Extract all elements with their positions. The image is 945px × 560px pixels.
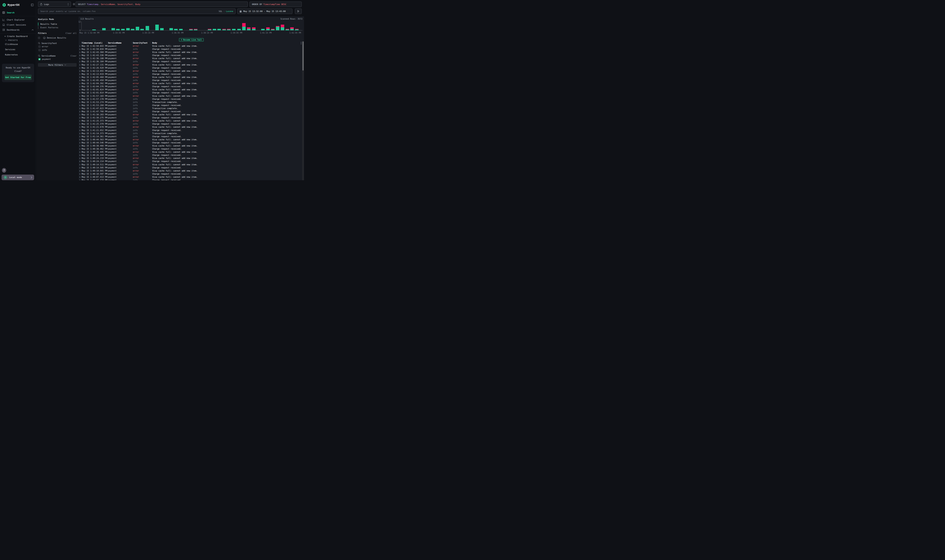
row-expand-chevron-icon[interactable]: > xyxy=(79,141,80,144)
filter-option-info[interactable]: info xyxy=(38,48,77,52)
histogram-bar[interactable] xyxy=(121,29,125,30)
help-button[interactable]: ? xyxy=(2,168,6,173)
col-header-timestamp[interactable]: Timestamp (Local) xyxy=(82,42,102,44)
col-header-servicename[interactable]: ServiceName xyxy=(108,42,122,44)
table-row[interactable]: >May 15 1:41:30.283 PMpaymenterrorVisa c… xyxy=(79,113,304,116)
table-row[interactable]: >May 15 1:42:05.450 PMpaymentinfoCharge … xyxy=(79,79,304,82)
table-row[interactable]: >May 15 1:41:21.652 PMpaymentinfoCharge … xyxy=(79,129,304,132)
row-expand-chevron-icon[interactable]: > xyxy=(79,166,80,169)
local-mode-button[interactable]: U Local mode xyxy=(2,175,34,180)
row-expand-chevron-icon[interactable]: > xyxy=(79,129,80,132)
checkbox[interactable] xyxy=(39,58,40,60)
row-expand-chevron-icon[interactable]: > xyxy=(79,135,80,138)
row-expand-chevron-icon[interactable]: > xyxy=(79,95,80,97)
row-expand-chevron-icon[interactable]: > xyxy=(79,172,80,175)
row-expand-chevron-icon[interactable]: > xyxy=(79,73,80,75)
row-expand-chevron-icon[interactable]: > xyxy=(79,48,80,51)
table-row[interactable]: >May 15 1:42:13.019 PMpaymentinfoCharge … xyxy=(79,73,304,76)
table-row[interactable]: >May 15 1:42:43.360 PMpaymenterrorVisa c… xyxy=(79,51,304,54)
row-expand-chevron-icon[interactable]: > xyxy=(79,57,80,60)
row-expand-chevron-icon[interactable]: > xyxy=(79,169,80,172)
mode-event-patterns[interactable]: Event Patterns xyxy=(38,26,77,29)
denoise-checkbox[interactable] xyxy=(38,37,40,39)
row-expand-chevron-icon[interactable]: > xyxy=(79,104,80,106)
table-row[interactable]: >May 15 1:40:14.505 PMpaymentinfoCharge … xyxy=(79,166,304,169)
table-row[interactable]: >May 15 1:40:38.466 PMpaymenterrorVisa c… xyxy=(79,145,304,148)
table-row[interactable]: >May 15 1:40:24.214 PMpaymentinfoCharge … xyxy=(79,160,304,163)
row-expand-chevron-icon[interactable]: > xyxy=(79,91,80,94)
row-expand-chevron-icon[interactable]: > xyxy=(79,123,80,125)
row-expand-chevron-icon[interactable]: > xyxy=(79,154,80,157)
row-expand-chevron-icon[interactable]: > xyxy=(79,60,80,63)
table-row[interactable]: >May 15 1:41:47.766 PMpaymentinfoCharge … xyxy=(79,110,304,113)
table-row[interactable]: >May 15 1:42:36.184 PMpaymentinfoCharge … xyxy=(79,60,304,63)
more-filters-button[interactable]: More filters xyxy=(38,63,77,67)
histogram-bar[interactable] xyxy=(217,29,221,30)
row-expand-chevron-icon[interactable]: > xyxy=(79,69,80,72)
histogram-bar[interactable] xyxy=(295,29,299,30)
sidebar-collapse-icon[interactable] xyxy=(31,3,34,6)
histogram-bar[interactable] xyxy=(227,29,231,30)
table-row[interactable]: >May 15 1:40:24.219 PMpaymenterrorVisa c… xyxy=(79,157,304,160)
scrollbar-track[interactable] xyxy=(302,41,304,180)
table-row[interactable]: >May 15 1:41:25.373 PMpaymenterrorVisa c… xyxy=(79,119,304,123)
col-header-body[interactable]: Body xyxy=(152,42,157,44)
histogram-bar[interactable] xyxy=(252,27,256,30)
row-expand-chevron-icon[interactable]: > xyxy=(79,88,80,91)
histogram-bar[interactable] xyxy=(247,27,250,30)
row-expand-chevron-icon[interactable]: > xyxy=(79,45,80,47)
table-row[interactable]: >May 15 1:42:01.824 PMpaymenterrorVisa c… xyxy=(79,88,304,91)
table-row[interactable]: >May 15 1:42:50.843 PMpaymenterrorVisa c… xyxy=(79,45,304,48)
histogram-bar[interactable] xyxy=(160,28,163,30)
table-row[interactable]: >May 15 1:41:53.274 PMpaymentinfoTransac… xyxy=(79,101,304,104)
histogram-bar[interactable] xyxy=(194,29,197,30)
histogram-bar[interactable] xyxy=(213,29,216,30)
row-expand-chevron-icon[interactable]: > xyxy=(79,101,80,103)
col-header-severitytext[interactable]: SeverityText xyxy=(133,42,148,44)
histogram-bar[interactable] xyxy=(232,29,236,30)
table-row[interactable]: >May 15 1:41:57.178 PMpaymentinfoCharge … xyxy=(79,98,304,101)
sidebar-item-search[interactable]: Search xyxy=(0,10,36,15)
table-row[interactable]: >May 15 1:41:53.260 PMpaymentinfoCharge … xyxy=(79,104,304,107)
table-row[interactable]: >May 15 1:41:25.370 PMpaymentinfoCharge … xyxy=(79,123,304,126)
sidebar-preset-clickhouse[interactable]: Clickhouse xyxy=(0,43,36,46)
table-row[interactable]: >May 15 1:40:10.601 PMpaymenterrorVisa c… xyxy=(79,169,304,172)
table-row[interactable]: >May 15 1:40:10.597 PMpaymentinfoCharge … xyxy=(79,172,304,175)
row-expand-chevron-icon[interactable]: > xyxy=(79,151,80,154)
row-expand-chevron-icon[interactable]: > xyxy=(79,126,80,128)
table-row[interactable]: >May 15 1:40:07.410 PMpaymentinfoCharge … xyxy=(79,178,304,180)
table-row[interactable]: >May 15 1:42:05.460 PMpaymenterrorVisa c… xyxy=(79,76,304,79)
histogram-bar[interactable] xyxy=(146,26,149,30)
table-row[interactable]: >May 15 1:40:38.462 PMpaymentinfoCharge … xyxy=(79,148,304,151)
table-row[interactable]: >May 15 1:41:14.361 PMpaymentinfoCharge … xyxy=(79,135,304,138)
histogram-bar[interactable] xyxy=(174,29,177,30)
sql-mode-button[interactable]: SQL xyxy=(219,10,222,12)
table-row[interactable]: >May 15 1:42:43.336 PMpaymentinfoCharge … xyxy=(79,54,304,57)
table-row[interactable]: >May 15 1:41:21.678 PMpaymenterrorVisa c… xyxy=(79,126,304,129)
row-expand-chevron-icon[interactable]: > xyxy=(79,138,80,141)
row-expand-chevron-icon[interactable]: > xyxy=(79,107,80,110)
row-expand-chevron-icon[interactable]: > xyxy=(79,175,80,178)
table-row[interactable]: >May 15 1:42:36.188 PMpaymenterrorVisa c… xyxy=(79,57,304,60)
histogram-bar[interactable] xyxy=(116,29,120,30)
filter-option-payment[interactable]: payment xyxy=(38,58,77,61)
table-row[interactable]: >May 15 1:42:04.392 PMpaymenterrorVisa c… xyxy=(79,82,304,85)
sidebar-item-dashboards[interactable]: Dashboards xyxy=(0,27,36,32)
histogram-bar[interactable] xyxy=(242,23,246,30)
table-row[interactable]: >May 15 1:40:26.445 PMpaymenterrorVisa c… xyxy=(79,151,304,154)
histogram-bar[interactable] xyxy=(140,29,144,30)
checkbox[interactable] xyxy=(39,46,40,48)
row-expand-chevron-icon[interactable]: > xyxy=(79,132,80,135)
table-row[interactable]: >May 15 1:42:04.376 PMpaymentinfoCharge … xyxy=(79,85,304,88)
histogram-bar[interactable] xyxy=(208,29,211,30)
histogram-bar[interactable] xyxy=(281,25,284,30)
row-expand-chevron-icon[interactable]: > xyxy=(79,120,80,122)
histogram-bar[interactable] xyxy=(271,29,274,30)
histogram-bar[interactable] xyxy=(276,26,279,30)
table-row[interactable]: >May 15 1:42:50.834 PMpaymentinfoCharge … xyxy=(79,48,304,51)
row-expand-chevron-icon[interactable]: > xyxy=(79,66,80,69)
row-expand-chevron-icon[interactable]: > xyxy=(79,63,80,66)
histogram-bar[interactable] xyxy=(170,28,173,30)
sidebar-preset-kubernetes[interactable]: Kubernetes xyxy=(0,53,36,56)
row-expand-chevron-icon[interactable]: > xyxy=(79,51,80,54)
